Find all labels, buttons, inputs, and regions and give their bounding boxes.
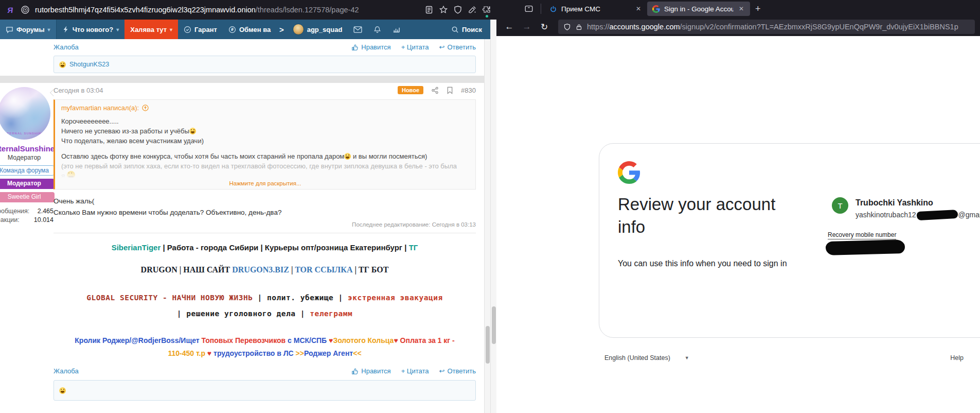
expand-quote-link[interactable]: Нажмите для раскрытия... <box>61 180 469 186</box>
stat-label: Реакции: <box>0 216 20 225</box>
reactions-bar[interactable]: ShotgunKS23 <box>54 56 476 73</box>
firefox-view-icon[interactable] <box>521 2 537 15</box>
extension-notification-dot <box>486 15 488 18</box>
chevron-right-icon: > <box>279 25 284 34</box>
google-g-icon <box>652 5 660 13</box>
url-bar[interactable]: https://accounts.google.com/signup/v2/co… <box>558 20 975 34</box>
bookmark-star-icon[interactable] <box>439 5 448 14</box>
cleaner-icon[interactable] <box>468 5 477 14</box>
scrollbar[interactable] <box>484 39 490 413</box>
previous-post-footer-block: Жалоба Нравится + Цитата ↩ Ответить Shot… <box>0 39 490 76</box>
site-logo-icon[interactable]: Я <box>5 5 16 15</box>
quote-fade-overlay <box>61 169 469 180</box>
onion-icon[interactable] <box>21 5 30 14</box>
avatar-initial: T <box>838 201 842 210</box>
back-icon[interactable]: ← <box>502 20 517 34</box>
nav-label: Халява тут <box>130 26 167 33</box>
lock-icon <box>576 24 582 30</box>
chevron-down-icon: ▼ <box>685 355 689 360</box>
ruble-coin-icon: ₽ <box>228 26 236 33</box>
reaction-user-link[interactable]: ShotgunKS23 <box>69 61 109 68</box>
avatar[interactable]: ETERNAL SUNSHINE <box>0 87 50 140</box>
recovery-number-label: Recovery mobile number <box>828 231 896 239</box>
tab-google-signin[interactable]: Sign in - Google Accounts ✕ <box>647 2 750 16</box>
url-text[interactable]: https://accounts.google.com/signup/v2/co… <box>587 23 958 31</box>
quote-link[interactable]: + Цитата <box>401 43 429 51</box>
page-subtitle: You can use this info when you need to s… <box>618 259 787 268</box>
locale-label: English (United States) <box>604 354 670 362</box>
nav-item-exchange[interactable]: ₽ Обмен ва <box>223 20 276 39</box>
page-footer: English (United States) ▼ Help <box>604 354 964 362</box>
shield-icon[interactable] <box>453 5 462 14</box>
firefox-window: Прием СМС ✕ Sign in - Google Accounts ✕ … <box>496 0 980 413</box>
forum-nav-bar: Форумы ▾ Что нового? ▾ Халява тут ▾ Гара… <box>0 20 490 39</box>
author-stats: Сообщения:2.465 Реакции:10.014 <box>0 207 56 225</box>
nav-item-whats-new[interactable]: Что нового? ▾ <box>57 20 125 39</box>
share-icon[interactable] <box>431 87 439 94</box>
close-icon[interactable]: ✕ <box>738 5 745 12</box>
nav-item-garant[interactable]: Гарант <box>178 20 223 39</box>
tab-sms[interactable]: Прием СМС ✕ <box>544 2 647 16</box>
quote-header[interactable]: myfavmartian написал(а): <box>61 104 469 112</box>
scrollbar-thumb[interactable] <box>492 306 496 344</box>
username-label: agp_squad <box>307 26 343 33</box>
quote-link[interactable]: + Цитата <box>401 367 429 375</box>
reply-line: Очень жаль( <box>54 196 476 207</box>
help-link[interactable]: Help <box>950 354 964 362</box>
page-scrollbar[interactable] <box>490 20 496 413</box>
url-text[interactable]: rutorbesth5lhmj47qz4fi5i4x5zvh4fizruog6i… <box>35 6 419 14</box>
reload-icon[interactable]: ↻ <box>537 20 552 34</box>
navigation-toolbar: ← → ↻ https://accounts.google.com/signup… <box>496 18 980 36</box>
signature-line-4[interactable]: Кролик Роджер/@RodjerBoss/Ищет Топовых П… <box>68 334 461 360</box>
chevron-down-icon: ▾ <box>48 27 50 32</box>
reply-link[interactable]: ↩ Ответить <box>439 367 476 375</box>
goto-source-icon <box>142 105 149 111</box>
nav-item-forums[interactable]: Форумы ▾ <box>0 20 57 39</box>
shield-check-icon <box>184 26 191 33</box>
power-icon <box>549 5 557 13</box>
tab-separator <box>541 4 541 14</box>
signature-line-2[interactable]: DRUGON | НАШ САЙТ DRUGON3.BIZ | TOR ССЫЛ… <box>54 265 476 274</box>
like-link[interactable]: Нравится <box>351 367 390 375</box>
nav-user-menu[interactable]: agp_squad <box>287 20 348 39</box>
shield-icon <box>563 23 571 31</box>
nav-search[interactable]: Поиск <box>446 20 490 39</box>
signature-line-1[interactable]: SiberianTiger | Работа - города Сибири |… <box>54 243 476 253</box>
extension-puzzle-icon[interactable] <box>482 5 491 14</box>
post-block: ETERNAL SUNSHINE EternalSunshine Модерат… <box>0 83 490 413</box>
close-icon[interactable]: ✕ <box>635 5 642 12</box>
nav-alerts-button[interactable] <box>368 20 387 39</box>
post-number-link[interactable]: #830 <box>461 87 476 94</box>
report-link[interactable]: Жалоба <box>54 367 79 375</box>
nav-collapse-chevron[interactable]: > <box>276 20 287 39</box>
reply-link[interactable]: ↩ Ответить <box>439 43 476 51</box>
quoted-message: myfavmartian написал(а): Корочееееееее..… <box>54 99 476 190</box>
nav-item-freebies[interactable]: Халява тут ▾ <box>124 20 178 39</box>
report-link[interactable]: Жалоба <box>54 43 79 51</box>
stat-value: 10.014 <box>34 216 54 225</box>
reply-arrow-icon: ↩ <box>439 43 445 51</box>
thumb-up-icon <box>351 368 359 375</box>
reactions-bar-partial[interactable] <box>54 380 476 401</box>
bell-icon <box>373 26 381 33</box>
language-selector[interactable]: English (United States) ▼ <box>604 354 689 362</box>
nav-label: Гарант <box>194 26 217 33</box>
nav-messages-button[interactable] <box>348 20 368 39</box>
signature-divider <box>54 233 476 233</box>
bookmark-icon[interactable] <box>447 87 453 94</box>
envelope-icon <box>353 26 362 33</box>
forward-icon[interactable]: → <box>519 20 534 34</box>
signature-line-3[interactable]: GLOBAL SECURITY - НАЧНИ НОВУЮ ЖИЗНЬ | по… <box>83 290 446 322</box>
scrollbar-thumb[interactable] <box>486 326 490 364</box>
nav-stats-button[interactable] <box>387 20 406 39</box>
author-username[interactable]: EternalSunshine <box>0 144 56 153</box>
post-date[interactable]: Сегодня в 03:04 <box>54 87 103 94</box>
reader-mode-icon[interactable] <box>424 5 434 14</box>
search-icon <box>451 26 459 33</box>
thumb-reaction-emoji-icon <box>59 61 66 68</box>
reaction-emoji-icon <box>59 387 66 394</box>
google-signup-page: Review your account info You can use thi… <box>496 36 980 413</box>
new-tab-button[interactable]: + <box>755 4 761 14</box>
like-link[interactable]: Нравится <box>351 43 390 51</box>
bolt-icon <box>62 26 69 33</box>
